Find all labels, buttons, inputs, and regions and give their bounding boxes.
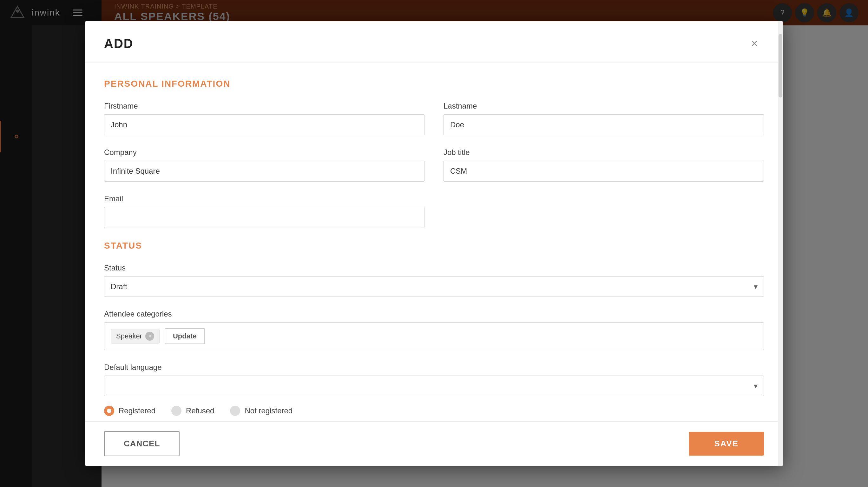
jobtitle-group: Job title [443,148,764,181]
default-language-label: Default language [104,363,764,372]
firstname-input[interactable] [104,114,425,135]
default-language-select[interactable] [104,376,764,396]
status-section: STATUS Status Draft Confirmed Cancelled … [104,241,764,416]
firstname-label: Firstname [104,102,425,111]
default-language-group: Default language [104,363,764,396]
speaker-tag-close[interactable]: × [145,332,154,341]
add-modal: ADD × PERSONAL INFORMATION Firstname Las… [85,21,783,466]
email-label: Email [104,194,425,203]
modal-scrollbar[interactable] [778,21,783,466]
modal-body: PERSONAL INFORMATION Firstname Lastname … [85,63,783,421]
cancel-button[interactable]: CANCEL [104,431,180,456]
modal-header: ADD × [85,21,783,63]
modal-title: ADD [104,36,133,51]
company-jobtitle-row: Company Job title [104,148,764,181]
save-button[interactable]: SAVE [689,432,764,456]
modal-scrollbar-thumb [778,34,782,97]
refused-radio-item[interactable]: Refused [171,406,214,416]
lastname-label: Lastname [443,102,764,111]
lastname-group: Lastname [443,102,764,135]
not-registered-radio-label: Not registered [245,406,292,415]
personal-info-section-title: PERSONAL INFORMATION [104,79,764,89]
company-label: Company [104,148,425,157]
jobtitle-input[interactable] [443,161,764,181]
email-row: Email [104,194,764,228]
close-icon: × [751,37,757,50]
attendee-categories-label: Attendee categories [104,310,764,318]
refused-radio-label: Refused [186,406,214,415]
email-spacer [443,194,764,228]
status-section-title: STATUS [104,241,764,251]
name-row: Firstname Lastname [104,102,764,135]
status-select-wrapper: Draft Confirmed Cancelled [104,276,764,297]
status-label: Status [104,263,764,273]
speaker-tag-label: Speaker [116,332,142,340]
close-button[interactable]: × [745,34,764,53]
firstname-group: Firstname [104,102,425,135]
modal-overlay: ADD × PERSONAL INFORMATION Firstname Las… [0,0,868,487]
registered-radio-circle [104,406,114,416]
status-group: Status Draft Confirmed Cancelled [104,263,764,297]
speaker-tag: Speaker × [111,329,160,344]
company-input[interactable] [104,161,425,181]
registered-radio-item[interactable]: Registered [104,406,155,416]
modal-footer: CANCEL SAVE [85,421,783,466]
not-registered-radio-circle [230,406,240,416]
company-group: Company [104,148,425,181]
lastname-input[interactable] [443,114,764,135]
jobtitle-label: Job title [443,148,764,157]
attendee-categories-box: Speaker × Update [104,322,764,350]
update-button[interactable]: Update [165,328,205,344]
registered-radio-label: Registered [119,406,155,415]
registration-radio-group: Registered Refused Not registered [104,406,764,416]
not-registered-radio-item[interactable]: Not registered [230,406,292,416]
email-group: Email [104,194,425,228]
status-select[interactable]: Draft Confirmed Cancelled [104,276,764,297]
email-input[interactable] [104,207,425,228]
attendee-categories-group: Attendee categories Speaker × Update [104,310,764,350]
refused-radio-circle [171,406,182,416]
default-language-select-wrapper [104,376,764,396]
